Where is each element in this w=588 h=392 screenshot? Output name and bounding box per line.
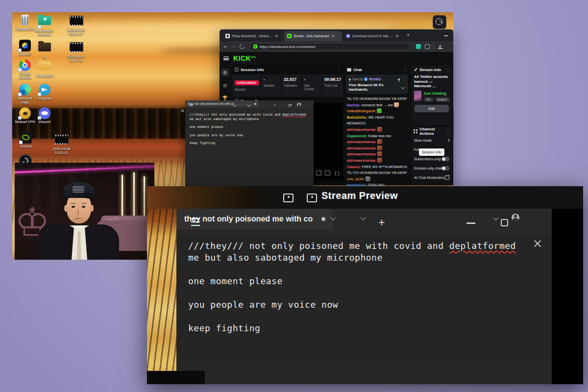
category-row: Just Chatting 18+ English <box>411 89 452 102</box>
magnified-preview-window: Stream Preview they not only poisoned me… <box>147 186 583 384</box>
sidebar-panel-icon[interactable]: ▤ <box>221 81 229 89</box>
paragraph: ///they/// not only poisoned me with cov… <box>188 240 540 264</box>
minimize-button[interactable] <box>466 222 475 224</box>
desktop-icon-nvidia[interactable]: NVIDIA <box>13 132 39 148</box>
desktop-icon-video-1[interactable]: 2024-04-08 05-34-47 <box>63 14 89 36</box>
desktop-icon-video-2[interactable]: 2025-04-08 19-33-11 <box>63 41 89 63</box>
window-minimize-button[interactable] <box>444 35 448 36</box>
face-emote <box>377 127 382 132</box>
nvidia-icon <box>20 132 32 144</box>
action-slow-mode[interactable]: Slow mode <box>411 136 452 145</box>
notepad-tab[interactable]: they not only poisoned me with co <box>176 209 333 229</box>
action-emotes-only[interactable]: Emotes-only chat <box>411 164 452 173</box>
desktop-icon-downloads[interactable]: Downloads - Shortcut <box>32 14 57 37</box>
extension-icon[interactable] <box>416 44 421 49</box>
maximize-button[interactable] <box>501 219 508 226</box>
expand-chevron-icon[interactable] <box>401 85 405 89</box>
chat-message: kastraz monarch feet → me <box>347 102 407 109</box>
hand-emote <box>394 102 399 107</box>
tab-close-icon[interactable] <box>331 34 335 38</box>
recycle-bin-icon <box>21 15 29 25</box>
back-button[interactable] <box>223 44 227 49</box>
notepad-new-tab-button[interactable] <box>273 103 276 108</box>
session-info-menu-icon[interactable] <box>337 68 341 72</box>
stat-viewers: - Viewers <box>261 74 281 97</box>
tab-close-icon[interactable] <box>395 34 399 38</box>
extensions-menu-icon[interactable] <box>425 44 430 49</box>
face-emote <box>377 139 382 144</box>
action-ai-moderation[interactable]: AI Chat Moderation <box>411 173 452 182</box>
screenshot-stage: Recycle Bin Downloads - Shortcut 2024-04… <box>0 0 588 392</box>
folder-icon <box>38 43 51 51</box>
chat-panel: Chat Sent by RichEU Free Monarch till it… <box>344 65 410 185</box>
desktop-icon-discord[interactable]: Discord <box>32 107 57 124</box>
new-tab-button[interactable] <box>407 33 410 38</box>
browser-tab-strip: Pelaa Mickator61 - lichess.org Stream - … <box>220 29 453 41</box>
downloads-icon[interactable] <box>438 45 442 49</box>
stream-preview-header-magnified: Stream Preview <box>321 190 398 201</box>
tab-close-icon[interactable] <box>275 34 278 38</box>
notepad-editor[interactable]: ///they/// not only poisoned me with cov… <box>185 109 314 177</box>
url-text: https://dashboard.kick.com/stream <box>260 45 316 49</box>
channel-actions-menu-icon[interactable] <box>446 129 450 134</box>
notepad-new-tab-button[interactable] <box>378 217 385 228</box>
folder-icon <box>38 61 51 70</box>
desktop-icon-video-3[interactable]: 2025-04-08 19-51-11 <box>49 133 74 155</box>
pip-icon[interactable] <box>316 171 321 175</box>
channel-actions-panel: Channel Actions Slow mode Followers-onl.… <box>411 127 452 185</box>
clubgg-icon <box>19 40 31 51</box>
moderator-badge-icon <box>364 77 368 81</box>
notepad-editor[interactable]: ///they/// not only poisoned me with cov… <box>176 226 552 358</box>
paragraph: you people are my voice now <box>190 133 309 138</box>
chat-message: erik_0224 <box>347 176 407 183</box>
subscribers-only-toggle[interactable] <box>441 157 449 161</box>
paragraph: keep fighting <box>188 322 540 334</box>
chat-message: abhinaavsharma <box>347 139 407 146</box>
notepad-window-magnified: they not only poisoned me with co File E… <box>176 209 552 384</box>
desktop-icon-telegram[interactable]: Telegram <box>32 84 57 100</box>
streamer-ears <box>64 205 94 213</box>
fullscreen-icon[interactable] <box>335 172 339 175</box>
pinned-menu-icon[interactable] <box>401 77 405 81</box>
desktop-icon-obs-plugins[interactable]: obs-plugins <box>32 59 57 78</box>
external-link-icon <box>445 175 449 180</box>
forward-button[interactable] <box>231 44 235 49</box>
address-bar[interactable]: https://dashboard.kick.com/stream <box>249 43 411 50</box>
clip-icon[interactable] <box>325 171 330 175</box>
pinned-message[interactable]: Sent by RichEU Free Monarch till it's ba… <box>346 75 408 94</box>
discord-icon <box>39 107 50 119</box>
tab-lichess[interactable]: Pelaa Mickator61 - lichess.org <box>222 31 283 41</box>
grid-icon <box>414 129 417 133</box>
emotes-only-toggle[interactable] <box>441 166 449 171</box>
reload-button[interactable] <box>239 43 245 50</box>
tag-language: English <box>435 97 450 102</box>
chat-message: abhinaavsharma <box>347 146 407 152</box>
streamer-eye <box>72 206 75 208</box>
kick-favicon <box>287 34 292 38</box>
streamer-eye <box>82 206 85 208</box>
account-icon[interactable] <box>297 103 301 107</box>
tab-discord-download[interactable]: Download Discord to Talk, Play... <box>343 31 403 41</box>
stream-info-menu-icon[interactable] <box>446 68 450 72</box>
edit-button[interactable]: Edit <box>415 105 449 112</box>
video-file-icon <box>70 16 83 25</box>
account-icon[interactable] <box>512 214 519 221</box>
chat-messages[interactable]: TIL ITS HCRANOM AGGIN YM EERF kastraz mo… <box>344 95 410 190</box>
tab-kick-dashboard[interactable]: Stream - Kick Dashboard <box>284 31 342 41</box>
chrome-icon <box>19 59 31 71</box>
mullvad-icon <box>19 107 31 119</box>
notepad-titlebar[interactable]: they not only poisoned me with co <box>176 209 552 235</box>
sidebar-stream-icon[interactable]: ⊙ <box>221 69 229 76</box>
channel-actions-title: Channel Actions <box>419 127 444 136</box>
chat-menu-icon[interactable] <box>403 68 407 72</box>
hamburger-menu-icon[interactable] <box>223 56 229 60</box>
discord-favicon <box>346 34 350 38</box>
stat-followers: 22,027 Followers <box>281 74 301 97</box>
session-info-tooltip: Session Info <box>419 148 444 156</box>
paragraph: one moment please <box>190 125 309 129</box>
camera-icon <box>283 194 294 202</box>
desktop-icon-folder-ty[interactable]: ty <box>32 41 57 59</box>
stat-time-live: 00:06:17 Time Live <box>322 74 343 97</box>
kick-favicon <box>253 45 257 49</box>
category-name[interactable]: Just Chatting <box>423 91 450 96</box>
